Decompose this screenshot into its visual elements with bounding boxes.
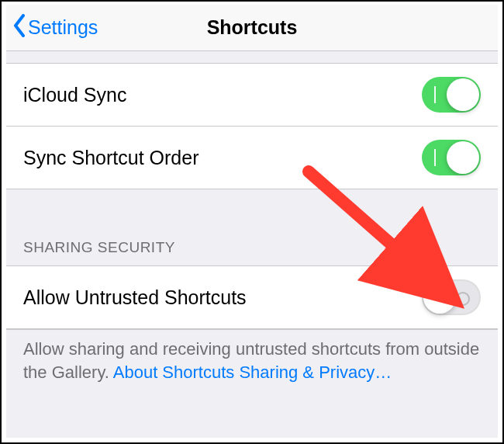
back-button[interactable]: Settings [6, 14, 98, 42]
spacer [6, 189, 498, 239]
row-sync-order: Sync Shortcut Order [6, 127, 498, 189]
row-allow-untrusted: Allow Untrusted Shortcuts [6, 266, 498, 329]
section-footer: Allow sharing and receiving untrusted sh… [6, 329, 498, 396]
navbar: Settings Shortcuts [6, 5, 498, 51]
link-about-privacy[interactable]: About Shortcuts Sharing & Privacy… [113, 362, 392, 382]
label-sync-order: Sync Shortcut Order [23, 147, 198, 169]
toggle-knob [447, 78, 479, 111]
chevron-left-icon [12, 14, 26, 42]
toggle-sync-order[interactable] [422, 140, 481, 175]
label-icloud-sync: iCloud Sync [23, 84, 126, 106]
spacer [6, 51, 498, 64]
toggle-allow-untrusted[interactable] [422, 279, 481, 315]
toggle-icloud-sync[interactable] [422, 77, 481, 113]
settings-screen: Settings Shortcuts iCloud Sync Sync Shor… [6, 5, 498, 438]
row-icloud-sync: iCloud Sync [6, 64, 498, 127]
toggle-knob [423, 281, 456, 314]
back-label: Settings [28, 16, 98, 39]
section-header-sharing-security: SHARING SECURITY [6, 239, 498, 266]
label-allow-untrusted: Allow Untrusted Shortcuts [23, 286, 247, 309]
toggle-knob [447, 141, 479, 174]
